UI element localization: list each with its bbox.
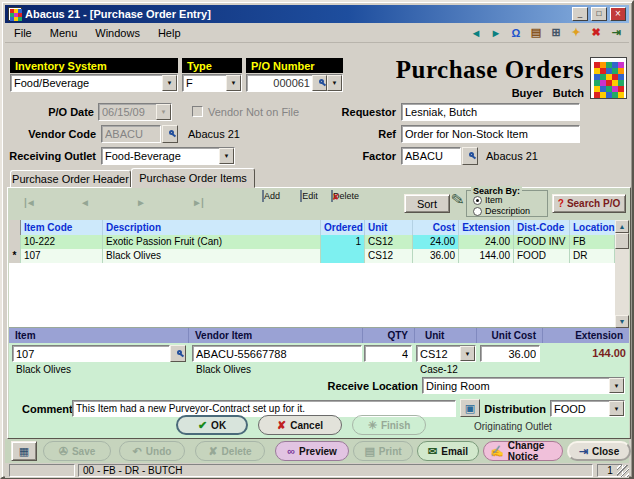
- search-by-item-option[interactable]: Item: [473, 195, 503, 205]
- inventory-system-select[interactable]: Food/Beverage ▼: [10, 74, 178, 92]
- book-icon[interactable]: ▤: [527, 25, 545, 41]
- search-icon[interactable]: [312, 75, 327, 91]
- ref-input[interactable]: [401, 125, 580, 143]
- cell-description: Black Olives: [103, 249, 321, 263]
- po-date-label: P/O Date: [30, 103, 94, 121]
- vendor-not-on-file-label: Vendor Not on File: [208, 103, 299, 121]
- sort-button[interactable]: Sort: [404, 194, 450, 213]
- grid-column-header[interactable]: Cost: [413, 220, 459, 235]
- grid-column-header[interactable]: Unit: [365, 220, 413, 235]
- search-po-label: Search P/O: [567, 198, 620, 209]
- receive-location-select[interactable]: Dining Room ▼: [422, 377, 625, 394]
- ok-button[interactable]: ✔ OK: [176, 415, 248, 435]
- cell-unit: CS12: [365, 249, 413, 263]
- inventory-system-label: Inventory System: [10, 58, 178, 73]
- chevron-down-icon[interactable]: ▼: [162, 75, 177, 91]
- chevron-down-icon[interactable]: ▼: [327, 75, 342, 91]
- menu-windows[interactable]: Windows: [86, 24, 149, 42]
- exit-icon[interactable]: ✖: [587, 25, 605, 41]
- receiving-outlet-select[interactable]: Food-Beverage ▼: [101, 147, 235, 165]
- menu-help[interactable]: Help: [149, 24, 190, 42]
- close-form-button[interactable]: ⇥ Close: [567, 441, 631, 461]
- factor-search-icon[interactable]: [462, 147, 478, 165]
- cell-extension: 24.00: [459, 235, 514, 249]
- unit-select[interactable]: CS12 ▼: [416, 345, 476, 362]
- vendor-item-input[interactable]: [192, 345, 362, 362]
- grid-column-header[interactable]: Dist-Code: [514, 220, 570, 235]
- pencil-icon: ✎: [450, 189, 466, 210]
- grid-column-header[interactable]: Item Code: [21, 220, 103, 235]
- po-number-field[interactable]: 000061 ▼: [246, 74, 343, 92]
- nav-forward-icon[interactable]: ►: [487, 25, 505, 41]
- resize-grip[interactable]: [617, 465, 629, 477]
- type-select[interactable]: F ▼: [182, 74, 242, 92]
- door-icon[interactable]: ⇥: [607, 25, 625, 41]
- undo-button: ↶ Undo: [119, 441, 185, 461]
- grid-column-header[interactable]: Ordered: [321, 220, 365, 235]
- chevron-down-icon[interactable]: ▼: [460, 346, 475, 361]
- requestor-input[interactable]: [401, 103, 580, 121]
- preview-label: Preview: [299, 446, 337, 457]
- radio-description-icon[interactable]: [473, 207, 482, 216]
- scroll-up-icon[interactable]: ▲: [615, 220, 629, 233]
- grid-scrollbar[interactable]: ▲ ▼: [615, 220, 629, 328]
- chevron-down-icon[interactable]: ▼: [219, 148, 234, 164]
- nav-back-icon[interactable]: ◄: [467, 25, 485, 41]
- search-by-group: Search By: Item Description: [466, 190, 548, 217]
- table-row[interactable]: 10-222 Exotic Passion Fruit (Can) 1 CS12…: [9, 235, 615, 249]
- chevron-down-icon[interactable]: ▼: [609, 378, 624, 393]
- preview-button[interactable]: ∞ Preview: [275, 441, 349, 461]
- distribution-select[interactable]: FOOD ▼: [550, 400, 625, 417]
- maximize-button[interactable]: □: [591, 7, 607, 21]
- unit-cost-input[interactable]: [480, 345, 540, 362]
- change-notice-button[interactable]: ✍ Change Notice: [483, 441, 563, 461]
- next-record-button: ►: [136, 197, 145, 208]
- scrollbar-thumb[interactable]: [615, 233, 629, 249]
- requestor-label: Requestor: [330, 103, 396, 121]
- item-input[interactable]: [12, 345, 170, 362]
- email-button[interactable]: ✉ Email: [417, 441, 479, 461]
- status-bar: 00 - FB - DR - BUTCH 1: [5, 463, 629, 478]
- search-by-description-option[interactable]: Description: [473, 206, 530, 216]
- grid-toolbar-button[interactable]: ▦: [11, 441, 37, 461]
- chevron-down-icon[interactable]: ▼: [226, 75, 241, 91]
- minimize-button[interactable]: _: [572, 7, 588, 21]
- search-po-button[interactable]: ? Search P/O: [552, 194, 626, 213]
- receiving-outlet-value: Food-Beverage: [105, 150, 219, 162]
- writing-hand-icon: ✍: [490, 446, 504, 457]
- last-record-button: ►|: [192, 197, 203, 208]
- chevron-down-icon[interactable]: ▼: [609, 401, 624, 416]
- scroll-down-icon[interactable]: ▼: [615, 315, 629, 328]
- vendor-search-icon[interactable]: [162, 125, 178, 143]
- calculator-icon[interactable]: ⊞: [547, 25, 565, 41]
- grid-column-header[interactable]: Description: [103, 220, 321, 235]
- add-button[interactable]: Add: [254, 191, 288, 201]
- delete-record-button: ✘ Delete: [195, 441, 265, 461]
- extension-value: 144.00: [546, 347, 626, 359]
- close-button[interactable]: ×: [610, 7, 626, 21]
- receiving-outlet-label: Receiving Outlet: [8, 147, 96, 165]
- cell-unit: CS12: [365, 235, 413, 249]
- cancel-button[interactable]: ✘ Cancel: [258, 415, 342, 435]
- tab-purchase-order-header[interactable]: Purchase Order Header: [10, 170, 131, 188]
- tab-purchase-order-items[interactable]: Purchase Order Items: [131, 168, 255, 188]
- grid-column-header[interactable]: Extension: [459, 220, 514, 235]
- qty-input[interactable]: [364, 345, 412, 362]
- detail-vendor-item-label: Vendor Item: [189, 328, 363, 343]
- cell-dist-code: FOOD INV: [514, 235, 570, 249]
- item-search-icon[interactable]: [170, 345, 186, 362]
- bell-icon[interactable]: Ω: [507, 25, 525, 41]
- buyer-value: Butch: [553, 87, 584, 99]
- delete-button[interactable]: ✘ Delete: [328, 191, 362, 201]
- menu-file[interactable]: File: [5, 24, 41, 42]
- factor-input[interactable]: [401, 147, 461, 165]
- detail-qty-label: QTY: [363, 328, 415, 343]
- menu-menu[interactable]: Menu: [41, 24, 87, 42]
- radio-item-icon[interactable]: [473, 196, 482, 205]
- runner-icon[interactable]: ✦: [567, 25, 585, 41]
- edit-button[interactable]: Edit: [292, 191, 326, 201]
- table-row[interactable]: * 107 Black Olives CS12 36.00 144.00 FOO…: [9, 249, 615, 263]
- vendor-name: Abacus 21: [188, 125, 240, 143]
- first-record-button: |◄: [24, 197, 35, 208]
- grid-column-header[interactable]: Location: [570, 220, 615, 235]
